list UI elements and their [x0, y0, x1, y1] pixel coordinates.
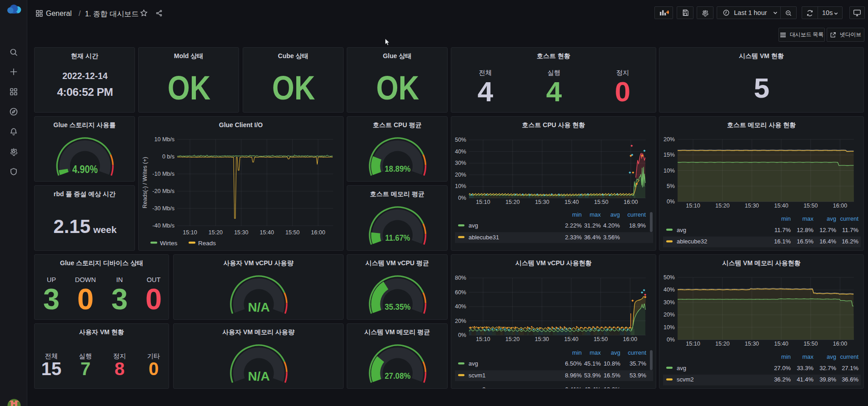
- svg-text:max: max: [802, 353, 813, 360]
- svg-text:current: current: [840, 215, 859, 222]
- svg-text:15:30: 15:30: [234, 229, 248, 236]
- svg-text:41.4%: 41.4%: [797, 376, 813, 383]
- svg-text:-10 Mb/s: -10 Mb/s: [152, 171, 175, 177]
- svg-text:15%: 15%: [663, 152, 675, 158]
- svg-text:10.8%: 10.8%: [604, 360, 620, 367]
- svg-text:current: current: [840, 353, 859, 360]
- svg-text:15:30: 15:30: [745, 203, 759, 209]
- svg-text:max: max: [589, 349, 601, 356]
- svg-text:60%: 60%: [455, 289, 466, 296]
- svg-text:avg: avg: [469, 222, 478, 229]
- svg-text:36.2%: 36.2%: [774, 376, 791, 383]
- svg-text:2.33%: 2.33%: [565, 234, 582, 241]
- svg-text:15:40: 15:40: [564, 199, 579, 205]
- svg-text:12.8%: 12.8%: [797, 227, 813, 233]
- svg-text:ablecube32: ablecube32: [677, 238, 707, 245]
- svg-text:ablecube31: ablecube31: [469, 234, 499, 241]
- svg-text:36.4%: 36.4%: [584, 234, 601, 241]
- svg-text:-40 Mb/s: -40 Mb/s: [152, 223, 175, 229]
- svg-text:0%: 0%: [458, 332, 466, 338]
- svg-text:27.08%: 27.08%: [385, 371, 411, 381]
- svg-text:15:30: 15:30: [535, 199, 549, 205]
- svg-text:15:30: 15:30: [535, 336, 549, 342]
- svg-text:15:30: 15:30: [745, 341, 759, 347]
- svg-text:16.1%: 16.1%: [774, 238, 791, 245]
- svg-text:0%: 0%: [667, 337, 675, 343]
- svg-text:avg: avg: [677, 227, 686, 233]
- svg-text:16:00: 16:00: [833, 341, 847, 347]
- svg-text:36.6%: 36.6%: [842, 376, 858, 383]
- svg-text:80%: 80%: [455, 275, 466, 281]
- svg-text:0%: 0%: [667, 198, 675, 205]
- svg-text:53.9%: 53.9%: [584, 372, 601, 379]
- svg-text:16.5%: 16.5%: [797, 238, 813, 245]
- svg-text:40%: 40%: [455, 303, 466, 310]
- svg-text:12.7%: 12.7%: [819, 227, 836, 233]
- svg-text:20%: 20%: [663, 136, 675, 143]
- svg-text:15:50: 15:50: [594, 199, 608, 205]
- svg-text:15:40: 15:40: [774, 203, 788, 209]
- svg-text:N/A: N/A: [248, 369, 269, 383]
- svg-text:5%: 5%: [667, 183, 675, 189]
- svg-text:27.1%: 27.1%: [842, 365, 858, 371]
- svg-text:15:40: 15:40: [774, 341, 788, 347]
- svg-text:40%: 40%: [663, 287, 675, 293]
- svg-text:10%: 10%: [663, 324, 675, 331]
- svg-text:35.7%: 35.7%: [629, 360, 646, 367]
- svg-text:16:00: 16:00: [623, 336, 637, 342]
- svg-text:5.01%: 5.01%: [603, 250, 620, 251]
- svg-text:4.20%: 4.20%: [603, 222, 620, 229]
- svg-text:20%: 20%: [663, 312, 675, 318]
- svg-text:20%: 20%: [455, 318, 466, 324]
- svg-text:11.7%: 11.7%: [774, 227, 791, 233]
- svg-text:min: min: [572, 349, 582, 356]
- svg-text:2.22%: 2.22%: [565, 222, 582, 229]
- svg-text:16.2%: 16.2%: [842, 238, 858, 245]
- svg-text:18.89%: 18.89%: [385, 164, 411, 173]
- svg-text:40%: 40%: [455, 149, 466, 155]
- svg-text:3.56%: 3.56%: [603, 234, 620, 241]
- svg-text:15:10: 15:10: [686, 341, 700, 347]
- svg-text:2.66%: 2.66%: [565, 250, 582, 251]
- svg-text:11.67%: 11.67%: [385, 233, 410, 243]
- svg-text:current: current: [628, 211, 646, 218]
- svg-text:39.8%: 39.8%: [819, 376, 836, 383]
- svg-text:27.0%: 27.0%: [774, 365, 791, 371]
- svg-text:15:20: 15:20: [505, 336, 519, 342]
- svg-text:31.2%: 31.2%: [584, 222, 601, 229]
- svg-text:8.96%: 8.96%: [565, 372, 582, 379]
- svg-text:avg: avg: [469, 360, 478, 367]
- svg-text:16.5%: 16.5%: [604, 372, 620, 379]
- svg-text:11.7%: 11.7%: [842, 227, 858, 233]
- svg-text:35.35%: 35.35%: [385, 302, 411, 312]
- svg-text:avg: avg: [611, 349, 620, 356]
- svg-text:16:00: 16:00: [624, 199, 638, 205]
- svg-text:33.3%: 33.3%: [797, 365, 813, 371]
- svg-text:45.1%: 45.1%: [584, 360, 601, 367]
- svg-text:15:40: 15:40: [564, 336, 578, 342]
- svg-text:scvm2: scvm2: [469, 386, 486, 389]
- svg-text:avg: avg: [827, 353, 836, 360]
- svg-text:13.3%: 13.3%: [604, 386, 620, 389]
- svg-text:53.9%: 53.9%: [629, 372, 646, 379]
- svg-text:43.7%: 43.7%: [584, 250, 601, 251]
- svg-text:6.41%: 6.41%: [565, 386, 582, 389]
- svg-text:current: current: [628, 349, 647, 356]
- svg-text:10 Mb/s: 10 Mb/s: [155, 136, 175, 143]
- svg-text:Reads(-) / Writes (+): Reads(-) / Writes (+): [142, 157, 148, 208]
- svg-text:avg: avg: [677, 365, 686, 371]
- svg-text:max: max: [802, 215, 813, 222]
- svg-text:6.50%: 6.50%: [565, 360, 582, 367]
- svg-text:-20 Mb/s: -20 Mb/s: [152, 188, 175, 194]
- svg-text:50%: 50%: [455, 137, 466, 143]
- svg-text:15:20: 15:20: [209, 229, 223, 236]
- svg-text:0 b/s: 0 b/s: [162, 153, 175, 160]
- svg-text:16:00: 16:00: [311, 229, 325, 236]
- svg-text:16.4%: 16.4%: [819, 238, 836, 245]
- svg-text:10%: 10%: [663, 168, 675, 174]
- svg-text:30%: 30%: [663, 299, 675, 306]
- svg-text:scvm1: scvm1: [469, 372, 486, 379]
- svg-text:min: min: [781, 353, 791, 360]
- svg-text:15:50: 15:50: [285, 229, 299, 236]
- svg-text:15:50: 15:50: [803, 203, 818, 209]
